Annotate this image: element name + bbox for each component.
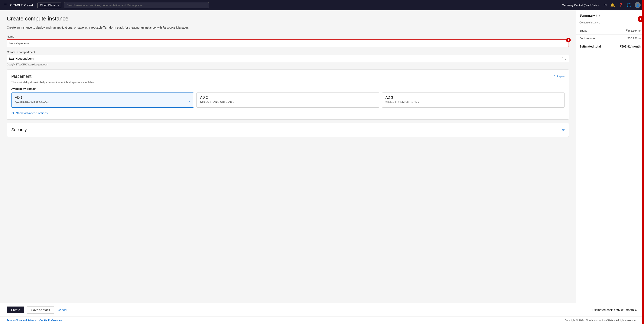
shape-value: ₹661.56/mo xyxy=(626,29,640,32)
monitor-icon[interactable]: 🖥 xyxy=(603,3,607,8)
advanced-options-label: Show advanced options xyxy=(16,112,48,115)
cloud-classic-button[interactable]: Cloud Classic › xyxy=(37,2,61,8)
ad-label: Availability domain xyxy=(11,87,564,90)
ad3-text: fyxu:EU-FRANKFURT-1-AD-3 xyxy=(386,100,420,104)
page-description: Create an instance to deploy and run app… xyxy=(7,25,569,30)
footer-copyright: Copyright © 2024, Oracle and/or its affi… xyxy=(564,319,637,322)
ad2-text: fyxu:EU-FRANKFURT-1-AD-2 xyxy=(200,100,234,104)
summary-subtitle: Compute instance xyxy=(576,21,644,27)
red-border-indicator xyxy=(642,0,644,324)
shape-label: Shape xyxy=(580,29,588,32)
badge-2: 2 xyxy=(638,16,644,22)
compartment-label: Create in compartment xyxy=(7,50,569,54)
estimated-total-label: Estimated total xyxy=(580,45,601,48)
bottom-bar: Create Save as stack Cancel Estimated co… xyxy=(0,303,644,316)
region-selector[interactable]: Germany Central (Frankfurt) ∨ xyxy=(562,4,600,7)
page-footer: Terms of Use and Privacy Cookie Preferen… xyxy=(0,316,644,324)
oracle-text: ORACLE xyxy=(10,4,23,7)
name-form-group: Name 1 xyxy=(7,35,569,47)
ad3-sub: fyxu:EU-FRANKFURT-1-AD-3 xyxy=(386,100,561,104)
ad1-sub: fyxu:EU-FRANKFURT-1-AD-1 ✓ xyxy=(15,100,190,104)
bell-icon[interactable]: 🔔 xyxy=(610,3,615,8)
summary-total-row: Estimated total ₹697.81/month xyxy=(576,42,644,51)
placement-description: The availability domain helps determine … xyxy=(11,80,564,84)
placement-title: Placement xyxy=(11,74,32,79)
name-label: Name xyxy=(7,35,569,38)
cookie-link[interactable]: Cookie Preferences xyxy=(40,319,62,322)
ad-options: AD 1 fyxu:EU-FRANKFURT-1-AD-1 ✓ AD 2 fyx… xyxy=(11,92,564,108)
cancel-button[interactable]: Cancel xyxy=(57,306,68,313)
advanced-options-icon: ⚙ xyxy=(11,111,14,115)
boot-volume-value: ₹36.25/mo xyxy=(628,37,640,40)
name-input[interactable] xyxy=(7,40,569,47)
security-header: Security Edit xyxy=(11,128,564,132)
security-section: Security Edit xyxy=(7,123,569,137)
ad3-title: AD 3 xyxy=(386,96,561,100)
placement-header: Placement Collapse xyxy=(11,74,564,79)
top-nav: ☰ ORACLE Cloud Cloud Classic › Germany C… xyxy=(0,0,644,10)
name-field-wrapper: 1 xyxy=(7,40,569,47)
ad2-title: AD 2 xyxy=(200,96,376,100)
show-advanced-options-link[interactable]: ⚙ Show advanced options xyxy=(11,111,564,115)
estimated-cost-label: Estimated cost: ₹697.81/month xyxy=(592,308,634,312)
summary-title-row: Summary i xyxy=(576,10,644,21)
ad1-title: AD 1 xyxy=(15,96,190,100)
region-chevron-icon: ∨ xyxy=(598,4,600,7)
compartment-hint: (root)/NETWORK/IwanHoogendoorn xyxy=(7,63,569,66)
help-icon[interactable]: ❓ xyxy=(618,3,623,8)
compartment-select[interactable]: IwanHoogendoorn xyxy=(7,55,569,62)
ad-option-3[interactable]: AD 3 fyxu:EU-FRANKFURT-1-AD-3 xyxy=(382,92,564,108)
terms-link[interactable]: Terms of Use and Privacy xyxy=(7,319,36,322)
ad-option-2[interactable]: AD 2 fyxu:EU-FRANKFURT-1-AD-2 xyxy=(196,92,379,108)
summary-info-icon[interactable]: i xyxy=(596,14,600,17)
placement-section: Placement Collapse The availability doma… xyxy=(7,70,569,120)
oracle-logo: ORACLE Cloud xyxy=(10,4,33,7)
name-badge: 1 xyxy=(566,38,571,42)
estimated-cost-bar[interactable]: Estimated cost: ₹697.81/month ∧ xyxy=(592,308,637,312)
ad1-checkmark-icon: ✓ xyxy=(188,100,190,104)
create-button[interactable]: Create xyxy=(7,306,24,313)
compartment-form-group: Create in compartment IwanHoogendoorn ⌃⌄… xyxy=(7,50,569,66)
cloud-text: Cloud xyxy=(24,4,33,7)
summary-panel: Summary i Compute instance Shape ₹661.56… xyxy=(576,10,644,303)
search-input[interactable] xyxy=(64,2,209,8)
ad1-text: fyxu:EU-FRANKFURT-1-AD-1 xyxy=(15,101,49,104)
summary-shape-row: Shape ₹661.56/mo xyxy=(576,27,644,34)
globe-icon[interactable]: 🌐 xyxy=(626,3,631,8)
region-text: Germany Central (Frankfurt) xyxy=(562,4,597,7)
security-edit-link[interactable]: Edit xyxy=(560,128,564,132)
cost-chevron-icon: ∧ xyxy=(634,308,637,312)
footer-links: Terms of Use and Privacy Cookie Preferen… xyxy=(7,319,62,322)
summary-boot-volume-row: Boot volume ₹36.25/mo xyxy=(576,34,644,42)
ad2-sub: fyxu:EU-FRANKFURT-1-AD-2 xyxy=(200,100,376,104)
page-wrapper: Create compute instance Create an instan… xyxy=(0,10,644,303)
collapse-link[interactable]: Collapse xyxy=(554,75,564,78)
avatar[interactable]: 👤 xyxy=(634,2,640,8)
summary-title: Summary xyxy=(580,14,595,18)
estimated-total-value: ₹697.81/month xyxy=(620,45,640,48)
security-title: Security xyxy=(11,128,27,132)
compartment-select-wrapper: IwanHoogendoorn ⌃⌄ xyxy=(7,55,569,62)
save-as-stack-button[interactable]: Save as stack xyxy=(27,306,54,314)
nav-right: Germany Central (Frankfurt) ∨ 🖥 🔔 ❓ 🌐 👤 xyxy=(562,2,640,8)
ad-option-1[interactable]: AD 1 fyxu:EU-FRANKFURT-1-AD-1 ✓ xyxy=(11,92,194,108)
page-title: Create compute instance xyxy=(7,15,569,22)
hamburger-icon[interactable]: ☰ xyxy=(4,3,7,8)
main-content: Create compute instance Create an instan… xyxy=(0,10,576,303)
boot-volume-label: Boot volume xyxy=(580,37,595,40)
